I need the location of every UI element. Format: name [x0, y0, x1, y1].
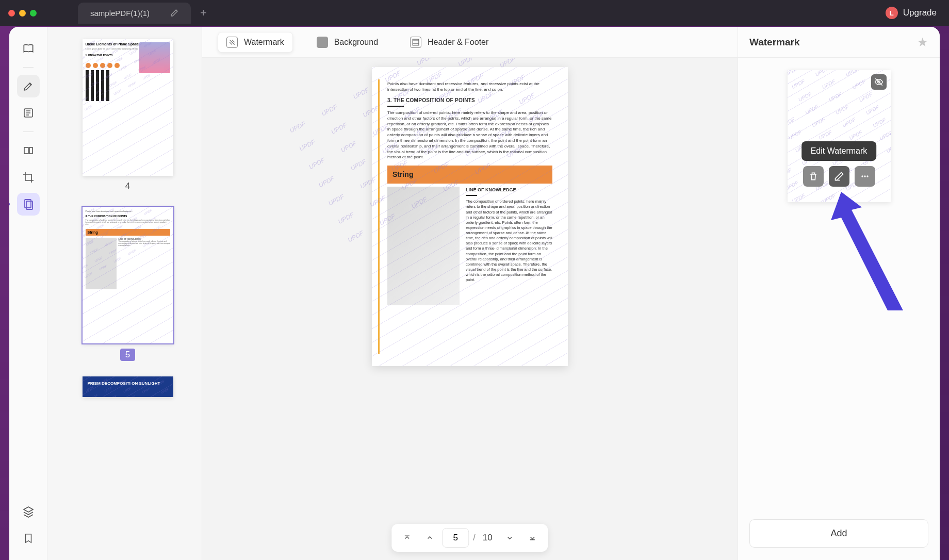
rename-tab-icon[interactable] — [170, 9, 178, 17]
rail-organize-icon[interactable] — [17, 139, 40, 162]
rail-highlight-icon[interactable] — [17, 75, 40, 97]
close-window-button[interactable] — [8, 10, 15, 17]
add-tab-button[interactable]: + — [200, 6, 207, 20]
right-panel: Watermark ★ Edit Watermark — [738, 27, 940, 560]
window-controls — [8, 10, 37, 17]
right-panel-header: Watermark ★ — [738, 27, 940, 58]
next-page-button[interactable] — [500, 528, 520, 548]
svg-point-15 — [866, 175, 868, 177]
page-navigation: / 10 — [391, 524, 548, 552]
annotation-arrow — [831, 192, 908, 316]
page-separator: / — [471, 533, 477, 542]
tool-watermark[interactable]: Watermark — [218, 32, 293, 53]
tool-header-footer[interactable]: Header & Footer — [402, 32, 497, 52]
watermark-overlay — [83, 39, 173, 176]
background-icon — [317, 37, 328, 48]
right-panel-body: Edit Watermark — [738, 58, 940, 510]
document-view[interactable]: Points also have dominant and recessive … — [202, 58, 738, 560]
tool-header-footer-label: Header & Footer — [428, 38, 488, 47]
edit-watermark-button[interactable] — [829, 166, 849, 187]
edit-watermark-tooltip: Edit Watermark — [801, 141, 877, 161]
rail-layers-icon[interactable] — [17, 500, 40, 523]
last-page-button[interactable] — [522, 528, 543, 548]
rail-page-tools-icon[interactable] — [17, 193, 40, 216]
page-tools-toolbar: Watermark Background Header & Footer — [202, 27, 738, 58]
tool-background[interactable]: Background — [308, 32, 386, 52]
thumbnail-page-5[interactable]: Points also have dominant and recessive … — [68, 207, 187, 361]
page-number-input[interactable] — [442, 528, 469, 548]
page-5: Points also have dominant and recessive … — [372, 67, 568, 366]
titlebar: samplePDF(1)(1) + L Upgrade — [0, 0, 949, 26]
upgrade-label: Upgrade — [903, 8, 937, 18]
toggle-visibility-icon[interactable] — [871, 74, 887, 90]
more-watermark-button[interactable] — [855, 166, 875, 187]
watermark-icon — [226, 37, 238, 48]
prev-page-button[interactable] — [419, 528, 440, 548]
page-total: 10 — [480, 533, 498, 543]
maximize-window-button[interactable] — [30, 10, 37, 17]
right-panel-title: Watermark — [749, 37, 800, 48]
thumbnail-page-4[interactable]: Basic Elements of Plane Space Lorem ipsu… — [68, 39, 187, 191]
tab-title: samplePDF(1)(1) — [90, 9, 150, 18]
thumbnails-panel[interactable]: Basic Elements of Plane Space Lorem ipsu… — [47, 27, 202, 560]
thumbnail-page-6[interactable]: PRISM DECOMPOSITI ON SUNLIGHT — [68, 376, 187, 397]
watermark-overlay — [83, 207, 173, 343]
header-footer-icon — [410, 37, 421, 48]
svg-point-14 — [864, 175, 865, 177]
center-panel: Watermark Background Header & Footer Poi… — [202, 27, 738, 560]
delete-watermark-button[interactable] — [803, 166, 824, 187]
watermark-overlay — [372, 67, 568, 366]
document-tab[interactable]: samplePDF(1)(1) — [78, 3, 191, 24]
first-page-button[interactable] — [397, 528, 417, 548]
watermark-actions — [803, 166, 875, 187]
right-panel-footer: Add — [738, 510, 940, 560]
rail-crop-icon[interactable] — [17, 166, 40, 189]
svg-rect-5 — [413, 39, 419, 45]
rail-bookmark-icon[interactable] — [17, 527, 40, 550]
rail-reader-icon[interactable] — [17, 37, 40, 60]
thumb5-number: 5 — [120, 349, 135, 361]
favorite-star-icon[interactable]: ★ — [917, 35, 928, 50]
svg-rect-1 — [24, 147, 28, 154]
rail-edit-text-icon[interactable] — [17, 102, 40, 124]
left-rail — [9, 27, 47, 560]
tool-watermark-label: Watermark — [244, 38, 284, 47]
upgrade-button[interactable]: L Upgrade — [886, 7, 937, 19]
thumb4-number: 4 — [125, 181, 130, 191]
svg-point-13 — [861, 175, 863, 177]
svg-rect-2 — [29, 147, 32, 154]
app-window: Basic Elements of Plane Space Lorem ipsu… — [9, 27, 940, 560]
minimize-window-button[interactable] — [19, 10, 26, 17]
add-watermark-button[interactable]: Add — [749, 519, 928, 548]
avatar[interactable]: L — [886, 7, 898, 19]
tool-background-label: Background — [334, 38, 378, 47]
watermark-overlay — [83, 376, 173, 397]
